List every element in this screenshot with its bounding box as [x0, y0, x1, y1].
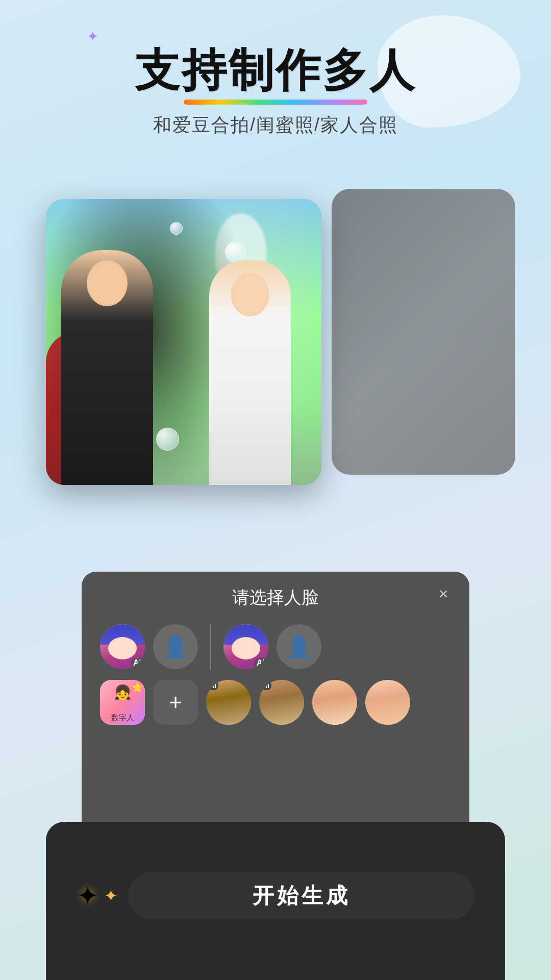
face-slot-anime-2[interactable]: AI: [223, 624, 268, 669]
star-decoration: ✦: [87, 28, 101, 42]
bubble-6: [156, 428, 179, 451]
anime-skin-2: [232, 637, 260, 659]
close-button[interactable]: ×: [434, 584, 453, 603]
person-male: [61, 250, 153, 485]
subtitle: 和爱豆合拍/闺蜜照/家人合照: [0, 113, 551, 138]
rainbow-line: [184, 100, 367, 105]
panel-title: 请选择人脸: [100, 586, 451, 609]
phone-main: [46, 199, 321, 485]
anime-skin-1: [108, 637, 137, 659]
star-icon: ✦: [77, 880, 99, 911]
ai-badge-2: AI: [254, 658, 267, 668]
face-female: [231, 273, 269, 316]
bg-screen: [332, 189, 515, 475]
face-slot-empty-2[interactable]: 👤: [277, 624, 321, 669]
person-icon-2: 👤: [286, 635, 312, 659]
face-slot-female-2[interactable]: [365, 680, 410, 725]
digital-label: 数字人: [100, 713, 145, 723]
person-female: [209, 260, 291, 485]
ai-badge-male-1: AI: [207, 681, 218, 690]
add-face-button[interactable]: +: [153, 680, 198, 725]
face-row-1: AI 👤 AI 👤: [100, 624, 451, 670]
stars-badge: ⭐: [132, 682, 143, 693]
phone-area: [46, 189, 505, 485]
phone-background: [332, 189, 515, 475]
face-slot-male-2[interactable]: AI: [259, 680, 304, 725]
face-slot-male-1[interactable]: AI: [206, 680, 251, 725]
person-icon-1: 👤: [163, 635, 188, 659]
ai-badge-1: AI: [131, 658, 144, 668]
face-row-2: 👧 ⭐ 数字人 + AI AI: [100, 680, 451, 725]
face-male: [87, 260, 128, 306]
face-slot-female-1[interactable]: [312, 680, 357, 725]
generate-button-label: 开始生成: [253, 881, 350, 910]
digital-person-slot[interactable]: 👧 ⭐ 数字人: [100, 680, 145, 725]
generate-section: ✦ ✦ 开始生成: [46, 822, 505, 980]
add-icon: +: [169, 690, 182, 715]
face-slot-empty-1[interactable]: 👤: [153, 624, 198, 669]
ai-badge-male-2: AI: [260, 681, 271, 690]
divider: [210, 624, 211, 670]
title-section: 支持制作多人 和爱豆合拍/闺蜜照/家人合照: [0, 46, 551, 138]
bubble-2: [170, 222, 183, 235]
bubble-1: [225, 242, 245, 262]
face-slot-anime-1[interactable]: AI: [100, 624, 145, 669]
generate-button[interactable]: 开始生成: [128, 872, 474, 919]
main-title: 支持制作多人: [0, 46, 551, 95]
phone-screen: [46, 199, 321, 485]
sparkle-icon: ✦: [104, 886, 118, 905]
wedding-photo: [46, 199, 321, 485]
